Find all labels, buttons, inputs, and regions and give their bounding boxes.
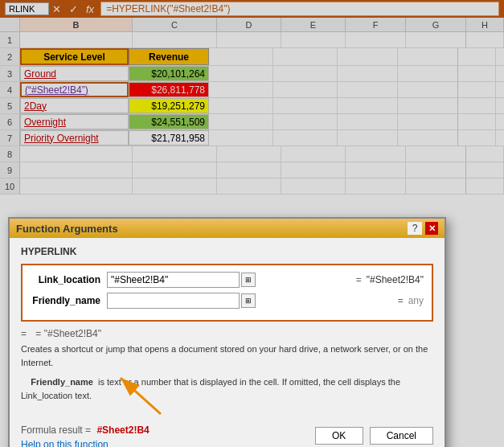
- formula-result-value: #Sheet2!B4: [96, 424, 149, 436]
- friendly-name-label: Friendly_name: [31, 295, 107, 306]
- desc-param-name: Friendly_name: [31, 377, 93, 387]
- result-equals: =: [21, 328, 27, 339]
- ok-button[interactable]: OK: [315, 427, 363, 445]
- description-main: Creates a shortcut or jump that opens a …: [21, 342, 433, 369]
- formula-result-label: Formula result =: [21, 424, 91, 436]
- friendly-name-value: any: [408, 295, 424, 306]
- dialog-close-button[interactable]: ✕: [425, 222, 438, 235]
- friendly-name-input[interactable]: [107, 293, 240, 309]
- function-arguments-dialog[interactable]: Function Arguments ? ✕ HYPERLINK Link_lo…: [8, 217, 446, 447]
- link-location-input-container: ⊞: [107, 272, 351, 288]
- result-value: = "#Sheet2!B4": [35, 328, 101, 339]
- result-line: = = "#Sheet2!B4": [21, 328, 433, 339]
- dialog-titlebar: Function Arguments ? ✕: [10, 219, 445, 238]
- arg-row-link-location: Link_location ⊞ = "#Sheet2!B4": [31, 272, 424, 288]
- dialog-help-button[interactable]: ?: [408, 222, 422, 235]
- svg-line-1: [121, 378, 161, 414]
- help-link[interactable]: Help on this function: [21, 439, 150, 447]
- dialog-footer: Formula result = #Sheet2!B4 Help on this…: [10, 416, 445, 447]
- friendly-name-equals: =: [398, 295, 404, 306]
- desc-main-text: Creates a shortcut or jump that opens a …: [21, 344, 428, 367]
- friendly-name-input-container: ⊞: [107, 293, 393, 309]
- arrow-svg: [96, 370, 177, 418]
- link-location-value: "#Sheet2!B4": [367, 274, 424, 285]
- formula-result-line: Formula result = #Sheet2!B4: [21, 424, 150, 436]
- cancel-button[interactable]: Cancel: [370, 427, 433, 445]
- dialog-body: HYPERLINK Link_location ⊞ = "#Sheet2!B4"…: [10, 238, 445, 416]
- link-location-label: Link_location: [31, 274, 107, 285]
- description-param: Friendly_name is text or a number that i…: [21, 375, 433, 402]
- link-location-input[interactable]: [107, 272, 240, 288]
- dialog-title: Function Arguments: [16, 223, 118, 235]
- func-name-label: HYPERLINK: [21, 246, 433, 257]
- dialog-buttons: OK Cancel: [315, 427, 433, 445]
- link-location-picker-icon[interactable]: ⊞: [241, 273, 256, 287]
- link-location-equals: =: [356, 274, 362, 285]
- friendly-name-picker-icon[interactable]: ⊞: [241, 293, 256, 308]
- args-box: Link_location ⊞ = "#Sheet2!B4" Friendly_…: [21, 264, 433, 322]
- arrow-annotation: [96, 370, 177, 420]
- arg-row-friendly-name: Friendly_name ⊞ = any: [31, 293, 424, 309]
